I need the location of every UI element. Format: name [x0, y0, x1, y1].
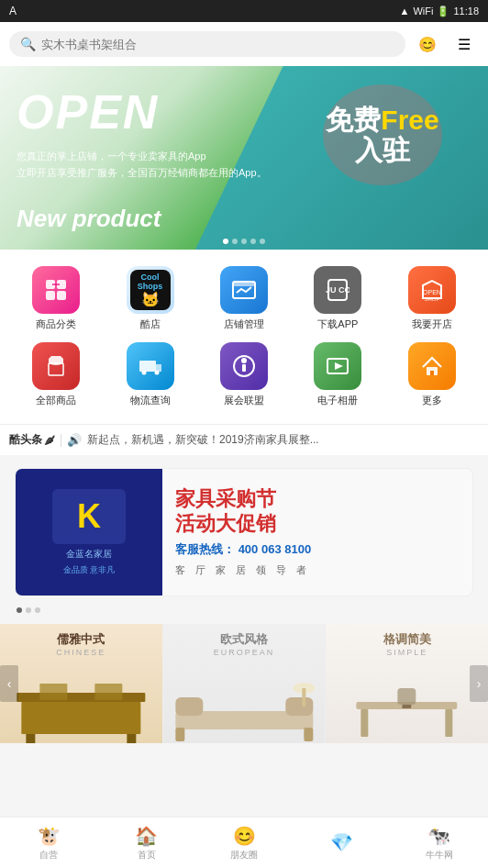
coolshops-label: 酷店 — [140, 317, 161, 331]
chinese-furniture — [0, 670, 162, 743]
cat-prev-button[interactable]: ‹ — [0, 665, 18, 702]
ad-dot-3 — [35, 607, 40, 613]
nav-diamond-icon: 💎 — [330, 831, 353, 853]
nav-item-friends[interactable]: 😊 朋友圈 — [195, 818, 293, 868]
news-divider — [61, 434, 61, 447]
banner-bubble: 免费Free 入驻 — [323, 84, 442, 185]
search-input[interactable] — [41, 38, 394, 51]
search-bar: 🔍 😊 ☰ — [0, 22, 488, 66]
nav-self-label: 自营 — [39, 849, 58, 862]
nav-niuniu-icon: 🐄 — [427, 825, 450, 847]
svg-rect-37 — [398, 688, 416, 705]
svg-rect-38 — [403, 705, 412, 708]
status-bar: A ▲ WiFi 🔋 11:18 — [0, 0, 488, 22]
menu-icon: ☰ — [458, 36, 471, 53]
cat-sub-simple: SIMPLE — [386, 648, 427, 657]
ad-banner[interactable]: K 金蓝名家居 金品质 意非凡 家具采购节 活动大促销 客服热线： 400 06… — [15, 468, 473, 596]
svg-rect-29 — [285, 697, 313, 716]
icon-item-coolshops[interactable]: Cool Shops 🐱 酷店 — [114, 266, 187, 331]
icon-item-exhibition[interactable]: 展会联盟 — [207, 342, 281, 407]
cat-section-wrap: ‹ 儒雅中式 CHINESE — [0, 624, 488, 743]
ad-hotline-number: 400 063 8100 — [238, 542, 312, 556]
cat-item-simple[interactable]: 格调简美 SIMPLE — [326, 624, 488, 743]
signal-icon: ▲ — [400, 6, 410, 17]
ad-title: 家具采购节 活动大促销 — [175, 487, 460, 536]
icon-row-2: 全部商品 物流查询 展会联盟 — [0, 337, 488, 413]
ad-dots — [7, 604, 481, 617]
svg-rect-28 — [175, 697, 203, 716]
svg-text:SHOP: SHOP — [424, 296, 439, 302]
icon-item-storemanage[interactable]: 店铺管理 — [207, 266, 281, 331]
svg-point-13 — [154, 371, 159, 375]
dot-4 — [250, 239, 256, 244]
hot-icon: 🌶 — [44, 434, 55, 447]
banner-mianfei: 免费Free — [326, 105, 438, 135]
icon-item-goods[interactable]: 商品分类 — [19, 266, 93, 331]
sound-icon: 🔊 — [67, 433, 82, 447]
nav-item-diamond[interactable]: 💎 — [293, 818, 390, 868]
cat-row: 儒雅中式 CHINESE 欧式风格 — [0, 624, 488, 743]
euro-furniture — [163, 670, 326, 743]
downloadapp-icon: JIAJU COOL — [314, 266, 361, 314]
nav-item-niuniu[interactable]: 🐄 牛牛网 — [391, 818, 488, 868]
svg-text:JIAJU COOL: JIAJU COOL — [326, 285, 349, 295]
ad-logo-letter: K — [77, 497, 101, 536]
cat-label-simple: 格调简美 — [383, 631, 431, 648]
search-input-wrap[interactable]: 🔍 — [9, 31, 405, 57]
clock: 11:18 — [453, 6, 479, 17]
smiley-button[interactable]: 😊 — [413, 29, 442, 59]
dot-1 — [223, 239, 228, 244]
dot-5 — [260, 239, 265, 244]
album-label: 电子相册 — [317, 394, 358, 407]
cat-item-euro[interactable]: 欧式风格 EUROPEAN — [163, 624, 327, 743]
cat-sub-euro: EUROPEAN — [214, 648, 275, 657]
exhibition-label: 展会联盟 — [224, 394, 264, 407]
category-section: ‹ 儒雅中式 CHINESE — [0, 624, 488, 743]
nav-home-icon: 🏠 — [135, 825, 158, 847]
banner-subtitle-line1: 您真正的掌上店铺，一个专业卖家具的App — [17, 149, 267, 165]
wifi-icon: WiFi — [413, 6, 433, 17]
svg-rect-33 — [302, 688, 305, 707]
smiley-icon: 😊 — [418, 36, 437, 53]
banner-free-en: Free — [381, 105, 438, 135]
storemanage-label: 店铺管理 — [224, 317, 264, 331]
svg-point-12 — [141, 371, 146, 375]
svg-rect-31 — [304, 728, 313, 741]
svg-rect-5 — [233, 282, 255, 286]
svg-point-15 — [241, 358, 247, 363]
banner-subtitle: 您真正的掌上店铺，一个专业卖家具的App 立即开店享受推广服务，全国百万经销商都… — [17, 149, 267, 181]
nav-item-self[interactable]: 🐮 自营 — [0, 818, 97, 868]
search-icon: 🔍 — [20, 37, 36, 51]
ad-title-line2: 活动大促销 — [175, 512, 460, 536]
icon-item-album[interactable]: 电子相册 — [301, 342, 374, 407]
nav-item-home[interactable]: 🏠 首页 — [97, 818, 194, 868]
cat-next-button[interactable]: › — [470, 665, 488, 702]
logistics-icon — [127, 342, 174, 390]
logistics-label: 物流查询 — [130, 394, 171, 407]
cat-emoji: 🐱 — [141, 291, 160, 308]
coolshops-icon: Cool Shops 🐱 — [127, 266, 174, 314]
ad-banner-wrap: K 金蓝名家居 金品质 意非凡 家具采购节 活动大促销 客服热线： 400 06… — [0, 455, 488, 617]
icon-item-logistics[interactable]: 物流查询 — [114, 342, 187, 407]
goods-label: 商品分类 — [36, 317, 76, 331]
banner-new-product: New product — [17, 205, 161, 233]
icon-item-downloadapp[interactable]: JIAJU COOL 下载APP — [301, 266, 374, 331]
nav-friends-icon: 😊 — [233, 825, 256, 847]
banner-open-text: OPEN — [17, 84, 159, 139]
news-title: 酷头条 🌶 — [9, 432, 55, 448]
icon-item-allgoods[interactable]: 全部商品 — [19, 342, 93, 407]
nav-niuniu-label: 牛牛网 — [426, 849, 453, 862]
storemanage-icon — [220, 266, 268, 314]
banner-subtitle-line2: 立即开店享受推广服务，全国百万经销商都在用的App。 — [17, 165, 267, 182]
allgoods-label: 全部商品 — [36, 394, 76, 407]
ad-logo: K — [52, 489, 126, 544]
icon-item-more[interactable]: 更多 — [395, 342, 469, 407]
goods-icon — [32, 266, 80, 314]
simple-furniture — [326, 670, 488, 743]
cat-item-chinese[interactable]: 儒雅中式 CHINESE — [0, 624, 163, 743]
icon-item-openstore[interactable]: OPEN SHOP 我要开店 — [395, 266, 469, 331]
exhibition-icon — [220, 342, 268, 390]
svg-rect-36 — [446, 709, 453, 737]
menu-button[interactable]: ☰ — [449, 29, 479, 59]
svg-text:OPEN: OPEN — [423, 289, 441, 295]
